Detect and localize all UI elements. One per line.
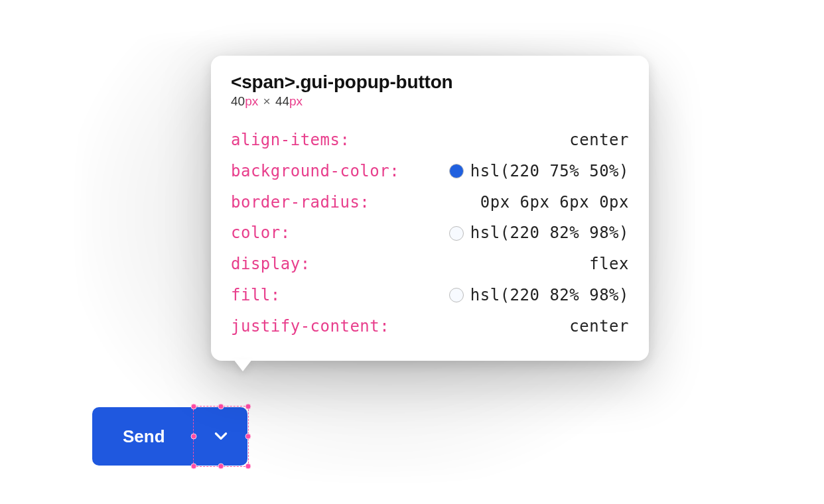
css-property-row: color:hsl(220 82% 98%): [231, 218, 629, 249]
css-property-row: background-color:hsl(220 75% 50%): [231, 156, 629, 187]
css-property-value: hsl(220 82% 98%): [470, 280, 629, 311]
color-swatch-icon: [449, 164, 464, 178]
colon: :: [360, 187, 369, 218]
css-property-name: justify-content: [231, 311, 379, 342]
colon: :: [301, 249, 310, 280]
width-unit: px: [245, 94, 258, 108]
css-property-value: flex: [589, 249, 629, 280]
tooltip-property-list: align-items:centerbackground-color:hsl(2…: [231, 125, 629, 342]
height-value: 44: [275, 94, 289, 108]
height-unit: px: [289, 94, 303, 108]
popup-button-wrapper: [194, 407, 247, 466]
css-property-row: align-items:center: [231, 125, 629, 156]
colon: :: [281, 218, 290, 249]
css-property-value: center: [569, 125, 629, 156]
width-value: 40: [231, 94, 245, 108]
tooltip-class-selector: .gui-popup-button: [295, 72, 453, 92]
tooltip-selector-line: <span>.gui-popup-button: [231, 72, 629, 93]
css-property-name: background-color: [231, 156, 389, 187]
css-property-name: border-radius: [231, 187, 360, 218]
gui-popup-button[interactable]: [194, 407, 247, 466]
css-property-name: display: [231, 249, 301, 280]
colon: :: [340, 125, 349, 156]
css-inspector-tooltip: <span>.gui-popup-button 40px × 44px alig…: [211, 56, 649, 361]
split-button-group: Send: [92, 407, 247, 466]
colon: :: [379, 311, 389, 342]
css-property-row: display:flex: [231, 249, 629, 280]
chevron-down-icon: [212, 427, 230, 446]
css-property-name: color: [231, 218, 281, 249]
tooltip-element-tag: <span>: [231, 72, 295, 92]
css-property-value: hsl(220 75% 50%): [470, 156, 629, 187]
css-property-name: fill: [231, 280, 271, 311]
css-property-value: hsl(220 82% 98%): [470, 218, 629, 249]
color-swatch-icon: [449, 226, 464, 241]
times-glyph: ×: [263, 94, 271, 108]
color-swatch-icon: [449, 288, 464, 302]
css-property-row: border-radius:0px 6px 6px 0px: [231, 187, 629, 218]
css-property-value: 0px 6px 6px 0px: [480, 187, 629, 218]
send-button-label: Send: [123, 426, 165, 447]
css-property-name: align-items: [231, 125, 340, 156]
colon: :: [271, 280, 280, 311]
css-property-row: fill:hsl(220 82% 98%): [231, 280, 629, 311]
tooltip-dimensions: 40px × 44px: [231, 94, 629, 109]
css-property-row: justify-content:center: [231, 311, 629, 342]
colon: :: [389, 156, 399, 187]
send-button[interactable]: Send: [92, 407, 194, 466]
css-property-value: center: [569, 311, 629, 342]
